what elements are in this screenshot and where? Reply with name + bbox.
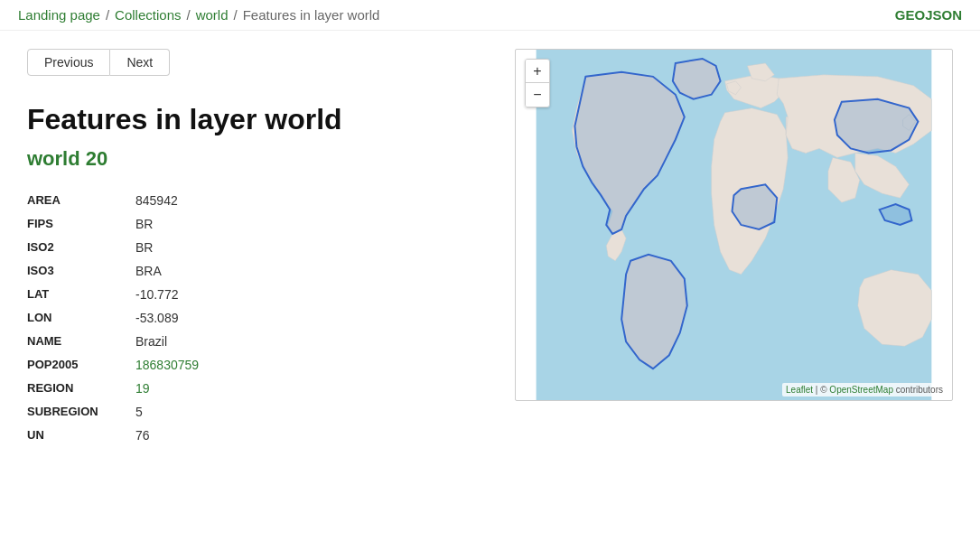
property-value: BR	[135, 212, 479, 236]
previous-button[interactable]: Previous	[27, 49, 110, 76]
property-value: -53.089	[135, 306, 479, 330]
property-value: 5	[135, 400, 479, 424]
next-button[interactable]: Next	[110, 49, 170, 76]
main-content: Previous Next Features in layer world wo…	[0, 31, 980, 465]
property-key: REGION	[27, 377, 135, 400]
breadcrumb-sep1: /	[106, 7, 109, 23]
attribution-sep: | ©	[816, 385, 830, 395]
leaflet-link[interactable]: Leaflet	[786, 385, 813, 395]
breadcrumb-landing[interactable]: Landing page	[18, 7, 100, 23]
breadcrumb-sep2: /	[186, 7, 190, 23]
property-value: 76	[135, 424, 479, 447]
table-row: LAT-10.772	[27, 283, 479, 306]
property-key: AREA	[27, 189, 135, 212]
osm-link[interactable]: OpenStreetMap	[829, 385, 893, 395]
table-row: ISO3BRA	[27, 259, 479, 283]
property-value: 19	[135, 377, 479, 400]
property-value: BRA	[135, 259, 479, 283]
breadcrumb-nav: Landing page / Collections / world / Fea…	[18, 7, 379, 23]
property-key: LAT	[27, 283, 135, 306]
map-panel: + −	[515, 49, 953, 447]
map-zoom-controls: + −	[525, 59, 550, 107]
breadcrumb-collections[interactable]: Collections	[115, 7, 181, 23]
pagination: Previous Next	[27, 49, 479, 76]
table-row: ISO2BR	[27, 236, 479, 259]
property-key: LON	[27, 306, 135, 330]
table-row: LON-53.089	[27, 306, 479, 330]
property-key: FIPS	[27, 212, 135, 236]
zoom-in-button[interactable]: +	[526, 60, 549, 83]
table-row: POP2005186830759	[27, 353, 479, 377]
table-row: AREA845942	[27, 189, 479, 212]
table-row: NAMEBrazil	[27, 330, 479, 353]
attribution-suffix: contributors	[896, 385, 943, 395]
breadcrumb-sep3: /	[234, 7, 238, 23]
geojson-link[interactable]: GEOJSON	[895, 7, 962, 23]
property-key: ISO2	[27, 236, 135, 259]
table-row: UN76	[27, 424, 479, 447]
zoom-out-button[interactable]: −	[526, 83, 549, 107]
breadcrumb: Landing page / Collections / world / Fea…	[0, 0, 980, 31]
property-value: BR	[135, 236, 479, 259]
feature-title: Features in layer world	[27, 103, 479, 136]
property-key: POP2005	[27, 353, 135, 377]
property-key: SUBREGION	[27, 400, 135, 424]
property-value: Brazil	[135, 330, 479, 353]
breadcrumb-world[interactable]: world	[196, 7, 229, 23]
property-key: UN	[27, 424, 135, 447]
map-container: + −	[515, 49, 953, 401]
left-panel: Previous Next Features in layer world wo…	[27, 49, 479, 447]
property-key: NAME	[27, 330, 135, 353]
property-value: 186830759	[135, 353, 479, 377]
map-svg	[516, 50, 952, 400]
table-row: FIPSBR	[27, 212, 479, 236]
property-value: 845942	[135, 189, 479, 212]
map-attribution: Leaflet | © OpenStreetMap contributors	[782, 383, 947, 396]
property-key: ISO3	[27, 259, 135, 283]
table-row: SUBREGION5	[27, 400, 479, 424]
properties-table: AREA845942FIPSBRISO2BRISO3BRALAT-10.772L…	[27, 189, 479, 447]
table-row: REGION19	[27, 377, 479, 400]
feature-subtitle: world 20	[27, 147, 479, 171]
property-value: -10.772	[135, 283, 479, 306]
breadcrumb-current: Features in layer world	[243, 7, 380, 23]
